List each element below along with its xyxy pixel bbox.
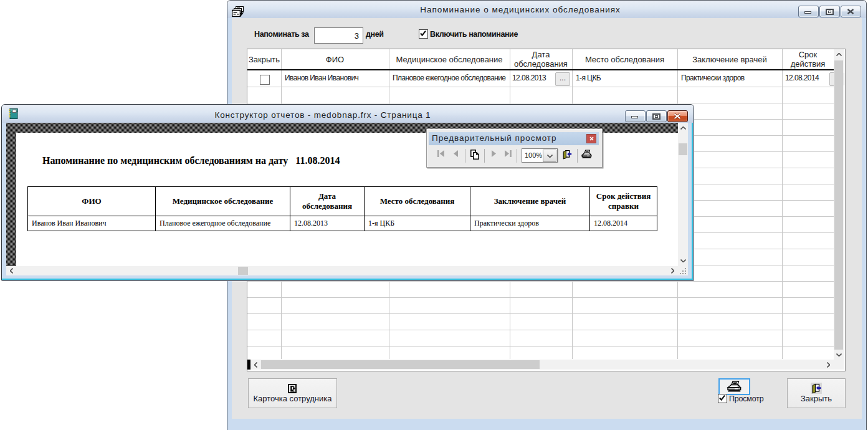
hscroll-thumb[interactable] bbox=[261, 360, 540, 369]
scroll-left-icon[interactable] bbox=[250, 360, 261, 370]
toolbar-close-button[interactable] bbox=[586, 134, 596, 143]
first-page-button[interactable] bbox=[437, 150, 444, 157]
header-underline bbox=[247, 69, 834, 70]
days-label: дней bbox=[366, 30, 384, 39]
vscroll-thumb[interactable] bbox=[679, 143, 687, 155]
win2-edge-glow bbox=[692, 123, 693, 280]
zoom-dropdown-button[interactable] bbox=[543, 150, 556, 162]
col-header-fio[interactable]: ФИО bbox=[281, 49, 389, 69]
scroll-down-icon[interactable] bbox=[678, 256, 688, 266]
grid-vscrollbar[interactable] bbox=[834, 49, 844, 360]
toolbar-separator bbox=[517, 149, 517, 163]
last-page-button[interactable] bbox=[505, 150, 512, 157]
report-table: ФИО Медицинское обследование Дата обслед… bbox=[27, 186, 657, 231]
prev-page-button[interactable] bbox=[454, 150, 458, 157]
win2-minimize-button[interactable] bbox=[625, 110, 646, 122]
win1-bottom-frame bbox=[227, 419, 866, 430]
win1-minimize-button[interactable] bbox=[798, 6, 819, 17]
win2-edge-glow bbox=[2, 279, 693, 280]
toolbar-separator bbox=[558, 149, 558, 163]
preview-toolbar-window: Предварительный просмотр bbox=[426, 128, 603, 168]
zoom-value: 100% bbox=[525, 151, 542, 159]
exit-door-icon bbox=[562, 150, 572, 160]
rep-col-exam: Медицинское обследование bbox=[156, 187, 290, 216]
next-page-button[interactable] bbox=[492, 150, 496, 157]
cell-valid-until[interactable]: 12.08.2014 bbox=[785, 74, 819, 82]
rep-col-validity: Срок действия справки bbox=[590, 187, 657, 216]
scrollbar-corner bbox=[834, 360, 844, 370]
printer-icon bbox=[727, 381, 742, 393]
cell-place[interactable]: 1-я ЦКБ bbox=[576, 74, 601, 82]
win1-close-button[interactable] bbox=[841, 6, 861, 17]
win2-close-button[interactable] bbox=[667, 110, 688, 122]
scroll-down-icon[interactable] bbox=[834, 350, 844, 360]
close-preview-button[interactable] bbox=[562, 150, 572, 160]
win2-left-frame bbox=[2, 123, 6, 280]
report-heading: Напоминание по медицинским обследованиям… bbox=[42, 155, 340, 166]
employee-card-label: Карточка сотрудника bbox=[249, 394, 336, 403]
rep-col-fio: ФИО bbox=[28, 187, 156, 216]
desktop: Напоминание о медицинских обследованиях … bbox=[0, 0, 868, 430]
zoom-combobox[interactable]: 100% bbox=[522, 148, 558, 163]
col-header-exam[interactable]: Медицинское обследование bbox=[389, 49, 510, 69]
col-header-date[interactable]: Дата обследования bbox=[510, 49, 572, 69]
col-header-place[interactable]: Место обследования bbox=[572, 49, 677, 69]
preview-checkbox[interactable] bbox=[718, 394, 727, 403]
rep-col-date: Дата обследования bbox=[290, 187, 365, 216]
rep-cell-validity: 12.08.2014 bbox=[590, 216, 657, 231]
win1-title: Напоминание о медицинских обследованиях bbox=[352, 5, 689, 14]
rep-cell-place: 1-я ЦКБ bbox=[365, 216, 470, 231]
vscroll-thumb[interactable] bbox=[834, 60, 843, 350]
win2-maximize-button[interactable] bbox=[646, 110, 667, 122]
cell-exam-date[interactable]: 12.08.2013 bbox=[512, 74, 546, 82]
pages-button[interactable] bbox=[470, 150, 479, 160]
print-button[interactable] bbox=[718, 378, 750, 395]
days-input[interactable] bbox=[314, 27, 363, 44]
rep-col-conclusion: Заключение врачей bbox=[470, 187, 590, 216]
rep-cell-date: 12.08.2013 bbox=[290, 216, 365, 231]
win2-titlebar[interactable]: Конструктор отчетов - medobnap.frx - Стр… bbox=[2, 105, 694, 123]
preview-vscrollbar[interactable] bbox=[678, 123, 688, 266]
card-file-icon bbox=[232, 6, 244, 17]
exam-date-picker-button[interactable]: ... bbox=[555, 72, 570, 86]
col-header-close[interactable]: Закрыть bbox=[247, 49, 281, 69]
toolbar-title: Предварительный просмотр bbox=[432, 133, 556, 143]
notebook-icon bbox=[8, 108, 18, 119]
scroll-left-icon[interactable] bbox=[6, 266, 17, 275]
scroll-up-icon[interactable] bbox=[678, 123, 688, 133]
close-window-button[interactable]: Закрыть bbox=[787, 378, 846, 408]
toolbar-separator bbox=[465, 149, 465, 163]
rep-cell-exam: Плановое ежегодное обследование bbox=[156, 216, 290, 231]
toolbar-separator bbox=[484, 149, 485, 163]
cell-conclusion[interactable]: Практически здоров bbox=[681, 74, 745, 82]
hscroll-thumb[interactable] bbox=[238, 267, 248, 275]
scroll-right-icon[interactable] bbox=[667, 266, 678, 275]
win1-titlebar[interactable]: Напоминание о медицинских обследованиях bbox=[227, 1, 866, 18]
col-header-validity[interactable]: Срок действия bbox=[782, 49, 834, 69]
exit-door-icon bbox=[811, 383, 822, 394]
preview-hscrollbar[interactable] bbox=[6, 266, 678, 275]
employee-card-button[interactable]: Карточка сотрудника bbox=[248, 378, 337, 408]
scroll-up-icon[interactable] bbox=[834, 49, 844, 60]
scroll-right-icon[interactable] bbox=[823, 360, 834, 370]
report-data-row: Иванов Иван Иванович Плановое ежегодное … bbox=[28, 216, 657, 231]
resize-grip[interactable] bbox=[678, 266, 688, 275]
rep-col-place: Место обследования bbox=[365, 187, 470, 216]
toolbar-print-button[interactable] bbox=[581, 150, 592, 160]
col-header-conclusion[interactable]: Заключение врачей bbox=[677, 49, 782, 69]
enable-reminder-checkbox[interactable] bbox=[419, 29, 428, 39]
grid-hscrollbar[interactable] bbox=[247, 360, 834, 370]
employee-card-icon bbox=[288, 384, 297, 393]
toolbar-titlebar[interactable]: Предварительный просмотр bbox=[429, 132, 599, 145]
close-window-label: Закрыть bbox=[788, 394, 845, 403]
win2-title: Конструктор отчетов - medobnap.frx - Стр… bbox=[126, 110, 519, 120]
toolbar-separator bbox=[577, 149, 578, 163]
rep-cell-fio: Иванов Иван Иванович bbox=[28, 216, 156, 231]
row-close-checkbox[interactable] bbox=[260, 75, 270, 85]
remind-before-label: Напоминать за bbox=[254, 30, 309, 39]
win1-maximize-button[interactable] bbox=[819, 6, 840, 17]
enable-reminder-label: Включить напоминание bbox=[430, 30, 518, 39]
win1-right-frame bbox=[862, 18, 866, 419]
cell-fio[interactable]: Иванов Иван Иванович bbox=[285, 74, 358, 82]
cell-exam[interactable]: Плановое ежегодное обследование bbox=[393, 74, 505, 82]
